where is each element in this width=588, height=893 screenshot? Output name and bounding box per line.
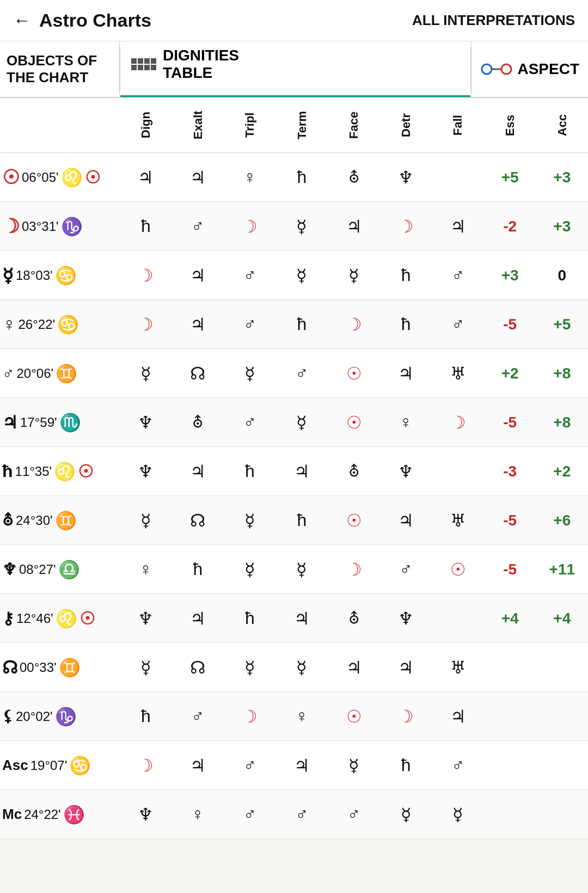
cell-ven-exalt: ♃ [172, 312, 224, 337]
cell-jup-acc: +8 [536, 412, 589, 433]
cell-ura-ess: -5 [484, 510, 536, 531]
col-detr: Detr [380, 98, 432, 152]
cell-sat-dign: ♆ [120, 459, 172, 484]
row-mc[interactable]: Mc 24°22' ♓ ♆ ♀ ♂ ♂ ♂ ☿ ☿ [0, 790, 588, 839]
cell-nep-detr: ♂ [380, 557, 432, 582]
cell-moon-fall: ♃ [432, 214, 484, 239]
cell-asc-dign: ☽ [120, 753, 172, 778]
cell-nod-acc [536, 665, 589, 670]
cell-lil-tripl: ☽ [224, 704, 276, 729]
cell-nod-exalt: ☊ [172, 655, 224, 680]
aspects-label: ASPECT [517, 60, 579, 78]
cell-mc-detr: ☿ [380, 802, 432, 827]
cell-ura-face: ☉ [328, 508, 380, 533]
tab-aspects[interactable]: ASPECT [471, 41, 588, 97]
row-uranus[interactable]: ⛢ 24°30' ♊ ☿ ☊ ☿ ħ ☉ ♃ ♅ -5 +6 [0, 496, 588, 545]
row-sun[interactable]: ☉ 06°05' ♌ ☉ ♃ ♃ ♀ ħ ⛢ ♆ +5 +3 [0, 153, 588, 202]
cell-sat-fall2: ♆ [380, 459, 432, 484]
cell-merc-face: ☿ [328, 263, 380, 288]
cell-chi-ess: +4 [484, 608, 536, 629]
cell-mc-ess [484, 812, 536, 817]
back-button[interactable]: ← [13, 10, 30, 30]
col-dign: Dign [120, 98, 172, 152]
col-acc: Acc [536, 98, 589, 152]
row-node[interactable]: ☊ 00°33' ♊ ☿ ☊ ☿ ☿ ♃ ♃ ♅ [0, 643, 588, 692]
tab-dignities[interactable]: DIGNITIESTABLE [120, 41, 470, 97]
svg-point-1 [501, 64, 511, 74]
col-fall: Fall [432, 98, 484, 152]
row-saturn[interactable]: ħ 11°35' ♌ ☉ ♆ ♃ ħ ♃ ⛢ ♆ -3 +2 [0, 447, 588, 496]
cell-nep-fall: ☉ [432, 557, 484, 582]
cell-sat-ess-col [432, 469, 484, 474]
cell-sun-fall [432, 175, 484, 180]
cell-sat-ess: -3 [484, 461, 536, 482]
row-jupiter[interactable]: ♃ 17°59' ♏ ♆ ⛢ ♂ ☿ ☉ ♀ ☽ -5 +8 [0, 398, 588, 447]
cell-mars-tripl: ☿ [224, 361, 276, 386]
cell-asc-term: ♃ [276, 753, 328, 778]
cell-jup-tripl: ♂ [224, 410, 276, 435]
cell-lil-acc [536, 714, 589, 719]
cell-asc-detr: ħ [380, 753, 432, 778]
row-asc[interactable]: Asc 19°07' ♋ ☽ ♃ ♂ ♃ ☿ ħ ♂ [0, 741, 588, 790]
cell-lil-dign: ħ [120, 704, 172, 729]
col-tripl: Tripl [224, 98, 276, 152]
header-title: Astro Charts [39, 10, 151, 31]
tab-objects[interactable]: OBJECTS OF THE CHART [0, 41, 120, 97]
cell-mars-ess: +2 [484, 363, 536, 384]
planet-neptune: ♆ 08°27' ♎ [0, 555, 120, 584]
col-face: Face [328, 98, 380, 152]
row-moon[interactable]: ☽ 03°31' ♑ ħ ♂ ☽ ☿ ♃ ☽ ♃ -2 +3 [0, 202, 588, 251]
data-table: ☉ 06°05' ♌ ☉ ♃ ♃ ♀ ħ ⛢ ♆ +5 +3 ☽ 03°31' … [0, 153, 588, 839]
cell-sun-ess: +5 [484, 167, 536, 188]
cell-ura-term: ħ [276, 508, 328, 533]
row-lilith[interactable]: ⚸ 20°02' ♑ ħ ♂ ☽ ♀ ☉ ☽ ♃ [0, 692, 588, 741]
cell-mars-fall: ♅ [432, 361, 484, 386]
cell-asc-exalt: ♃ [172, 753, 224, 778]
cell-merc-dign: ☽ [120, 263, 172, 288]
cell-merc-exalt: ♃ [172, 263, 224, 288]
row-neptune[interactable]: ♆ 08°27' ♎ ♀ ħ ☿ ☿ ☽ ♂ ☉ -5 +11 [0, 545, 588, 594]
cell-jup-detr: ♀ [380, 410, 432, 435]
row-mars[interactable]: ♂ 20°06' ♊ ☿ ☊ ☿ ♂ ☉ ♃ ♅ +2 +8 [0, 349, 588, 398]
cell-jup-face: ☉ [328, 410, 380, 435]
cell-mars-detr: ♃ [380, 361, 432, 386]
header: ← Astro Charts ALL INTERPRETATIONS [0, 0, 588, 41]
col-term: Term [276, 98, 328, 152]
planet-lilith: ⚸ 20°02' ♑ [0, 702, 120, 731]
col-exalt: Exalt [172, 98, 224, 152]
cell-mc-acc [536, 812, 589, 817]
cell-nod-term: ☿ [276, 655, 328, 680]
cell-mc-exalt: ♀ [172, 802, 224, 827]
planet-moon: ☽ 03°31' ♑ [0, 211, 120, 242]
planet-mc: Mc 24°22' ♓ [0, 800, 120, 829]
cell-nod-ess [484, 665, 536, 670]
cell-ven-acc: +5 [536, 314, 589, 335]
cell-moon-acc: +3 [536, 216, 589, 237]
row-mercury[interactable]: ☿ 18°03' ♋ ☽ ♃ ♂ ☿ ☿ ħ ♂ +3 0 [0, 251, 588, 300]
cell-ura-exalt: ☊ [172, 508, 224, 533]
cell-nep-term: ☿ [276, 557, 328, 582]
cell-sat-detr: ⛢ [328, 460, 380, 482]
cell-sat-acc: +2 [536, 461, 589, 482]
row-venus[interactable]: ♀ 26°22' ♋ ☽ ♃ ♂ ħ ☽ ħ ♂ -5 +5 [0, 300, 588, 349]
cell-nep-acc: +11 [536, 559, 589, 580]
row-chiron[interactable]: ⚷ 12°46' ♌ ☉ ♆ ♃ ħ ♃ ⛢ ♆ +4 +4 [0, 594, 588, 643]
cell-mars-face: ☉ [328, 361, 380, 386]
cell-mc-fall: ☿ [432, 802, 484, 827]
cell-asc-face: ☿ [328, 753, 380, 778]
cell-mc-term: ♂ [276, 802, 328, 827]
cell-jup-dign: ♆ [120, 410, 172, 435]
cell-sun-exalt: ♃ [172, 165, 224, 190]
cell-moon-face: ♃ [328, 214, 380, 239]
cell-mc-face: ♂ [328, 802, 380, 827]
svg-point-0 [482, 64, 492, 74]
cell-sat-exalt: ♃ [172, 459, 224, 484]
cell-lil-face: ☉ [328, 704, 380, 729]
cell-mars-exalt: ☊ [172, 361, 224, 386]
cell-ura-detr: ♃ [380, 508, 432, 533]
planet-saturn: ħ 11°35' ♌ ☉ [0, 457, 120, 486]
cell-ven-detr: ħ [380, 312, 432, 337]
cell-nod-fall: ♅ [432, 655, 484, 680]
cell-moon-term: ☿ [276, 214, 328, 239]
all-interpretations-button[interactable]: ALL INTERPRETATIONS [412, 12, 575, 29]
